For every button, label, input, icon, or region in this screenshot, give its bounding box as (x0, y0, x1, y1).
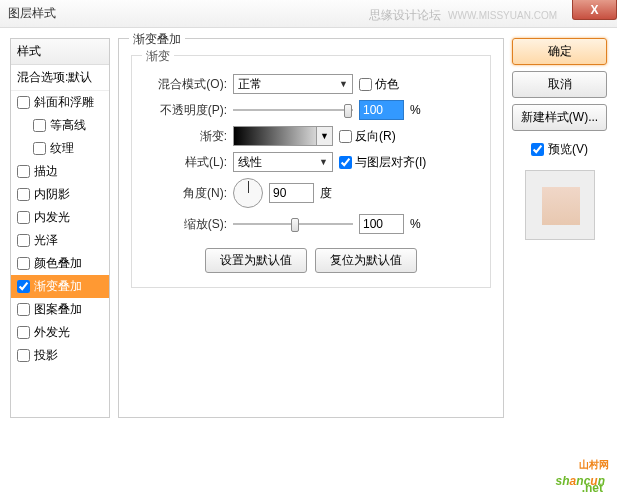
window-title: 图层样式 (8, 5, 56, 22)
style-item-label: 渐变叠加 (34, 278, 82, 295)
dialog-body: 样式 混合选项:默认 斜面和浮雕等高线纹理描边内阴影内发光光泽颜色叠加渐变叠加图… (0, 28, 617, 428)
style-item-label: 等高线 (50, 117, 86, 134)
style-item-checkbox[interactable] (17, 280, 30, 293)
style-label: 样式(L): (142, 154, 227, 171)
slider-thumb[interactable] (344, 104, 352, 118)
style-item[interactable]: 外发光 (11, 321, 109, 344)
watermark-logo: shancun 山村网 .net (556, 456, 605, 493)
scale-row: 缩放(S): % (142, 214, 480, 234)
style-item-label: 斜面和浮雕 (34, 94, 94, 111)
scale-input[interactable] (359, 214, 404, 234)
preview-thumbnail (525, 170, 595, 240)
styles-header[interactable]: 样式 (11, 39, 109, 65)
scale-slider[interactable] (233, 215, 353, 233)
angle-input[interactable] (269, 183, 314, 203)
style-item-checkbox[interactable] (17, 234, 30, 247)
style-item[interactable]: 斜面和浮雕 (11, 91, 109, 114)
style-item[interactable]: 颜色叠加 (11, 252, 109, 275)
style-item-checkbox[interactable] (33, 142, 46, 155)
gradient-picker[interactable]: ▼ (233, 126, 333, 146)
style-item-label: 内发光 (34, 209, 70, 226)
close-button[interactable]: X (572, 0, 617, 20)
style-item[interactable]: 等高线 (11, 114, 109, 137)
default-buttons-row: 设置为默认值 复位为默认值 (142, 248, 480, 273)
opacity-label: 不透明度(P): (142, 102, 227, 119)
style-item-label: 描边 (34, 163, 58, 180)
style-item-checkbox[interactable] (17, 257, 30, 270)
opacity-row: 不透明度(P): % (142, 100, 480, 120)
styles-list-panel: 样式 混合选项:默认 斜面和浮雕等高线纹理描边内阴影内发光光泽颜色叠加渐变叠加图… (10, 38, 110, 418)
scale-label: 缩放(S): (142, 216, 227, 233)
fieldset-title: 渐变叠加 (129, 31, 185, 48)
blend-mode-label: 混合模式(O): (142, 76, 227, 93)
gradient-overlay-fieldset: 渐变叠加 渐变 混合模式(O): 正常 ▼ 仿色 不透明度(P): (118, 38, 504, 418)
style-item[interactable]: 光泽 (11, 229, 109, 252)
gradient-label: 渐变: (142, 128, 227, 145)
blend-options-item[interactable]: 混合选项:默认 (11, 65, 109, 91)
style-item-checkbox[interactable] (17, 188, 30, 201)
style-row: 样式(L): 线性 ▼ 与图层对齐(I) (142, 152, 480, 172)
chevron-down-icon: ▼ (319, 157, 328, 167)
style-item-label: 颜色叠加 (34, 255, 82, 272)
opacity-input[interactable] (359, 100, 404, 120)
gradient-inner-fieldset: 渐变 混合模式(O): 正常 ▼ 仿色 不透明度(P): (131, 55, 491, 288)
style-item-label: 光泽 (34, 232, 58, 249)
reverse-checkbox[interactable]: 反向(R) (339, 128, 396, 145)
preview-checkbox[interactable]: 预览(V) (512, 141, 607, 158)
style-item-label: 图案叠加 (34, 301, 82, 318)
style-item-checkbox[interactable] (33, 119, 46, 132)
cancel-button[interactable]: 取消 (512, 71, 607, 98)
style-select[interactable]: 线性 ▼ (233, 152, 333, 172)
new-style-button[interactable]: 新建样式(W)... (512, 104, 607, 131)
make-default-button[interactable]: 设置为默认值 (205, 248, 307, 273)
style-item-checkbox[interactable] (17, 165, 30, 178)
gradient-row: 渐变: ▼ 反向(R) (142, 126, 480, 146)
slider-thumb[interactable] (291, 218, 299, 232)
angle-row: 角度(N): 度 (142, 178, 480, 208)
style-item[interactable]: 纹理 (11, 137, 109, 160)
dither-checkbox[interactable]: 仿色 (359, 76, 399, 93)
style-item[interactable]: 描边 (11, 160, 109, 183)
titlebar: 图层样式 思缘设计论坛 WWW.MISSYUAN.COM X (0, 0, 617, 28)
ok-button[interactable]: 确定 (512, 38, 607, 65)
style-item-label: 投影 (34, 347, 58, 364)
angle-dial[interactable] (233, 178, 263, 208)
style-item[interactable]: 图案叠加 (11, 298, 109, 321)
blend-mode-row: 混合模式(O): 正常 ▼ 仿色 (142, 74, 480, 94)
style-item[interactable]: 内阴影 (11, 183, 109, 206)
inner-fieldset-title: 渐变 (142, 48, 174, 65)
blend-mode-select[interactable]: 正常 ▼ (233, 74, 353, 94)
chevron-down-icon[interactable]: ▼ (316, 127, 332, 145)
opacity-slider[interactable] (233, 101, 353, 119)
style-item-label: 外发光 (34, 324, 70, 341)
style-item-label: 纹理 (50, 140, 74, 157)
style-item-label: 内阴影 (34, 186, 70, 203)
style-item-checkbox[interactable] (17, 349, 30, 362)
reset-default-button[interactable]: 复位为默认值 (315, 248, 417, 273)
align-checkbox[interactable]: 与图层对齐(I) (339, 154, 426, 171)
style-item[interactable]: 投影 (11, 344, 109, 367)
style-item-checkbox[interactable] (17, 326, 30, 339)
style-item-checkbox[interactable] (17, 211, 30, 224)
close-icon: X (590, 3, 598, 17)
style-item-checkbox[interactable] (17, 303, 30, 316)
right-panel: 确定 取消 新建样式(W)... 预览(V) (512, 38, 607, 418)
chevron-down-icon: ▼ (339, 79, 348, 89)
style-item-checkbox[interactable] (17, 96, 30, 109)
watermark-top: 思缘设计论坛 WWW.MISSYUAN.COM (369, 7, 557, 24)
style-item[interactable]: 内发光 (11, 206, 109, 229)
style-item[interactable]: 渐变叠加 (11, 275, 109, 298)
main-panel: 渐变叠加 渐变 混合模式(O): 正常 ▼ 仿色 不透明度(P): (118, 38, 504, 418)
angle-label: 角度(N): (142, 185, 227, 202)
